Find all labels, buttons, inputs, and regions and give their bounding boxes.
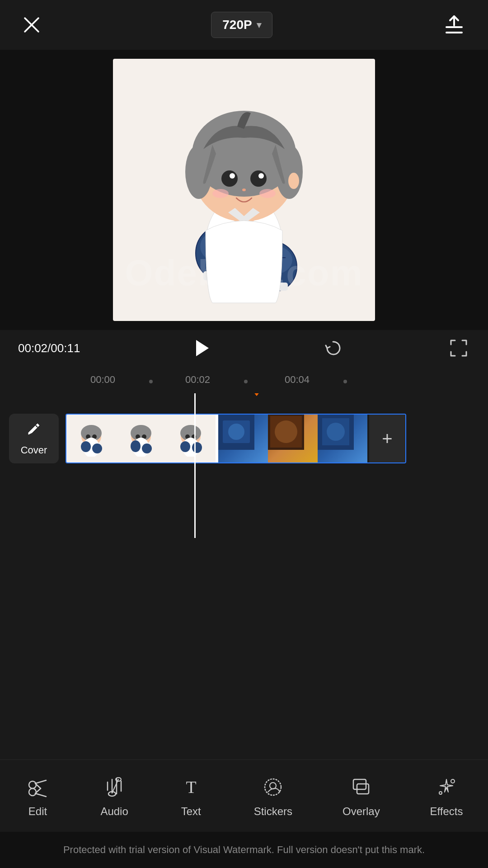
overlay-icon — [348, 774, 374, 800]
timeline-area: Cover — [0, 393, 488, 538]
header-center: 720P ▾ — [211, 12, 272, 38]
add-clip-button[interactable]: + — [369, 414, 405, 463]
playhead-line — [194, 393, 196, 538]
thumb-frame-video-3 — [318, 414, 367, 463]
timeline-ruler: 00:00 00:02 00:04 — [0, 366, 488, 393]
preview-canvas: Odebery.com — [113, 59, 375, 321]
ruler-time-4: 00:04 — [285, 374, 310, 386]
edit-icon — [26, 421, 42, 441]
arrow-head — [244, 393, 269, 396]
svg-line-65 — [35, 793, 46, 797]
stickers-label: Stickers — [254, 805, 292, 818]
edit-label: Edit — [28, 805, 47, 818]
svg-point-58 — [275, 420, 297, 443]
toolbar-item-overlay[interactable]: Overlay — [338, 774, 385, 818]
svg-point-61 — [327, 423, 345, 441]
svg-point-62 — [29, 781, 36, 788]
svg-point-18 — [242, 189, 246, 191]
export-button[interactable] — [438, 9, 470, 41]
svg-point-17 — [259, 189, 276, 198]
svg-point-51 — [180, 441, 190, 452]
svg-text:T: T — [186, 778, 196, 797]
svg-point-63 — [29, 788, 36, 796]
ruler-time-2: 00:02 — [185, 374, 210, 386]
bottom-toolbar: Edit Audio T Text — [0, 760, 488, 832]
toolbar-item-edit[interactable]: Edit — [20, 774, 55, 818]
toolbar-item-audio[interactable]: Audio — [96, 774, 132, 818]
text-icon: T — [178, 774, 204, 800]
svg-point-15 — [258, 173, 264, 179]
thumb-frame-video-2 — [268, 414, 318, 463]
overlay-label: Overlay — [343, 805, 380, 818]
cut-indicator-arrow — [244, 393, 269, 396]
close-button[interactable] — [18, 11, 45, 38]
svg-point-77 — [439, 792, 442, 794]
svg-point-19 — [288, 173, 299, 189]
cover-label: Cover — [21, 444, 47, 456]
watermark-notice: Protected with trial version of Visual W… — [0, 832, 488, 868]
svg-rect-2 — [446, 26, 463, 28]
effects-icon — [434, 774, 459, 800]
cover-button[interactable]: Cover — [9, 414, 59, 463]
svg-point-52 — [192, 442, 202, 453]
svg-point-73 — [270, 783, 276, 789]
play-button[interactable] — [183, 330, 219, 366]
toolbar-item-text[interactable]: T Text — [174, 774, 208, 818]
watermark-notice-text: Protected with trial version of Visual W… — [63, 844, 425, 856]
svg-point-16 — [212, 189, 229, 198]
time-display: 00:02/00:11 — [18, 341, 80, 355]
playback-controls: 00:02/00:11 — [0, 330, 488, 366]
svg-point-76 — [451, 779, 455, 783]
rotate-button[interactable] — [322, 337, 344, 359]
svg-point-43 — [131, 440, 141, 452]
scissors-icon — [25, 774, 50, 800]
text-label: Text — [181, 805, 201, 818]
toolbar-item-stickers[interactable]: Stickers — [249, 774, 297, 818]
quality-label: 720P — [222, 18, 252, 32]
thumb-frame-1 — [66, 414, 116, 463]
svg-point-35 — [81, 441, 91, 452]
svg-point-72 — [265, 779, 281, 795]
play-icon — [196, 340, 209, 356]
svg-point-55 — [228, 424, 244, 440]
preview-area: Odebery.com — [0, 50, 488, 330]
stickers-icon — [260, 774, 286, 800]
svg-point-12 — [221, 170, 238, 187]
svg-rect-3 — [446, 32, 463, 33]
audio-label: Audio — [100, 805, 128, 818]
thumb-frame-3 — [166, 414, 216, 463]
svg-point-13 — [250, 170, 267, 187]
fullscreen-button[interactable] — [447, 337, 470, 359]
audio-icon — [102, 774, 127, 800]
svg-line-64 — [35, 780, 46, 783]
quality-selector[interactable]: 720P ▾ — [211, 12, 272, 38]
svg-point-14 — [230, 173, 235, 179]
plus-icon: + — [382, 429, 392, 449]
ruler-time-0: 00:00 — [90, 374, 115, 386]
timeline-strip[interactable]: + — [66, 414, 406, 463]
effects-label: Effects — [430, 805, 463, 818]
thumb-frame-video-1 — [218, 414, 268, 463]
header: 720P ▾ — [0, 0, 488, 50]
svg-point-44 — [142, 443, 152, 453]
toolbar-item-effects[interactable]: Effects — [426, 774, 468, 818]
split-point — [216, 415, 218, 462]
chevron-down-icon: ▾ — [257, 19, 261, 30]
thumb-frame-2 — [116, 414, 166, 463]
timeline-scroll[interactable]: Cover — [0, 393, 488, 484]
svg-point-36 — [92, 443, 102, 453]
